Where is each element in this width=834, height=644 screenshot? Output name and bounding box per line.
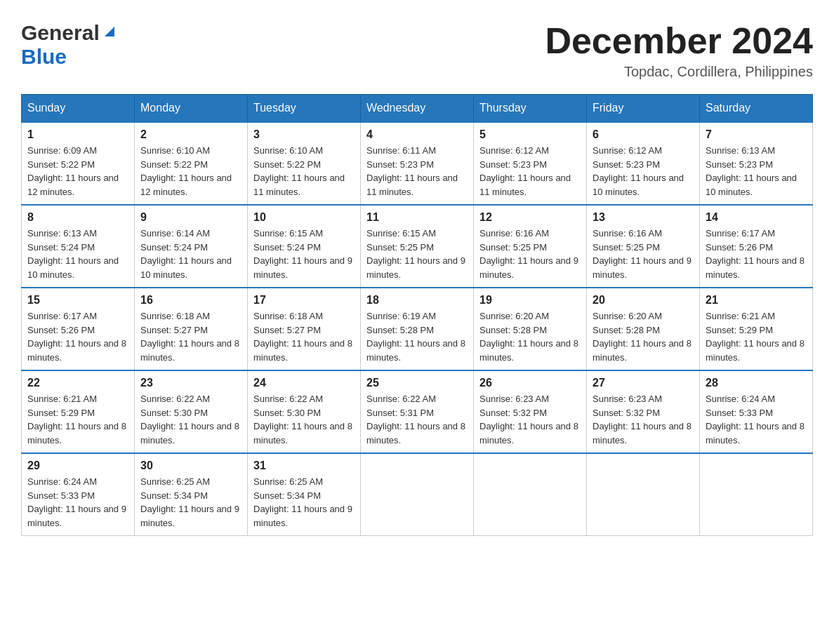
calendar-day-cell: 2 Sunrise: 6:10 AMSunset: 5:22 PMDayligh… xyxy=(135,122,248,205)
calendar-day-cell: 13 Sunrise: 6:16 AMSunset: 5:25 PMDaylig… xyxy=(587,205,700,288)
day-info: Sunrise: 6:10 AMSunset: 5:22 PMDaylight:… xyxy=(140,144,241,199)
day-number: 3 xyxy=(253,128,355,141)
calendar-week-row: 15 Sunrise: 6:17 AMSunset: 5:26 PMDaylig… xyxy=(22,288,813,370)
day-number: 6 xyxy=(593,128,694,141)
calendar-col-header: Wednesday xyxy=(361,95,474,123)
day-number: 13 xyxy=(593,211,694,224)
day-number: 29 xyxy=(27,459,128,472)
day-info: Sunrise: 6:10 AMSunset: 5:22 PMDaylight:… xyxy=(253,144,355,199)
month-title: December 2024 xyxy=(545,21,813,61)
day-number: 28 xyxy=(706,377,807,389)
day-info: Sunrise: 6:12 AMSunset: 5:23 PMDaylight:… xyxy=(593,144,694,199)
calendar-day-cell: 18 Sunrise: 6:19 AMSunset: 5:28 PMDaylig… xyxy=(361,288,474,370)
svg-marker-0 xyxy=(105,27,114,36)
day-info: Sunrise: 6:22 AMSunset: 5:31 PMDaylight:… xyxy=(366,392,468,447)
day-info: Sunrise: 6:16 AMSunset: 5:25 PMDaylight:… xyxy=(593,227,694,281)
day-number: 16 xyxy=(140,294,241,307)
day-info: Sunrise: 6:15 AMSunset: 5:25 PMDaylight:… xyxy=(366,227,468,281)
day-number: 9 xyxy=(140,211,241,224)
calendar-day-cell: 21 Sunrise: 6:21 AMSunset: 5:29 PMDaylig… xyxy=(700,288,813,370)
day-info: Sunrise: 6:23 AMSunset: 5:32 PMDaylight:… xyxy=(593,392,694,447)
page-header: General Blue December 2024 Topdac, Cordi… xyxy=(21,21,813,80)
day-info: Sunrise: 6:15 AMSunset: 5:24 PMDaylight:… xyxy=(253,227,355,281)
day-info: Sunrise: 6:19 AMSunset: 5:28 PMDaylight:… xyxy=(366,309,468,364)
calendar-col-header: Sunday xyxy=(22,95,135,123)
calendar-day-cell: 28 Sunrise: 6:24 AMSunset: 5:33 PMDaylig… xyxy=(700,370,813,453)
day-info: Sunrise: 6:17 AMSunset: 5:26 PMDaylight:… xyxy=(706,227,807,281)
day-number: 15 xyxy=(27,294,128,307)
calendar-day-cell: 25 Sunrise: 6:22 AMSunset: 5:31 PMDaylig… xyxy=(361,370,474,453)
calendar-day-cell: 17 Sunrise: 6:18 AMSunset: 5:27 PMDaylig… xyxy=(248,288,361,370)
calendar-day-cell: 10 Sunrise: 6:15 AMSunset: 5:24 PMDaylig… xyxy=(248,205,361,288)
calendar-day-cell: 9 Sunrise: 6:14 AMSunset: 5:24 PMDayligh… xyxy=(135,205,248,288)
day-number: 4 xyxy=(366,128,468,141)
calendar-day-cell: 19 Sunrise: 6:20 AMSunset: 5:28 PMDaylig… xyxy=(474,288,587,370)
day-number: 22 xyxy=(27,377,128,389)
calendar-col-header: Friday xyxy=(587,95,700,123)
calendar-day-cell: 20 Sunrise: 6:20 AMSunset: 5:28 PMDaylig… xyxy=(587,288,700,370)
day-info: Sunrise: 6:11 AMSunset: 5:23 PMDaylight:… xyxy=(366,144,468,199)
day-number: 10 xyxy=(253,211,355,224)
logo-blue-text: Blue xyxy=(21,45,67,68)
day-number: 7 xyxy=(706,128,807,141)
day-number: 5 xyxy=(479,128,581,141)
calendar-day-cell: 24 Sunrise: 6:22 AMSunset: 5:30 PMDaylig… xyxy=(248,370,361,453)
location-subtitle: Topdac, Cordillera, Philippines xyxy=(545,64,813,80)
calendar-day-cell xyxy=(587,453,700,536)
calendar-day-cell: 11 Sunrise: 6:15 AMSunset: 5:25 PMDaylig… xyxy=(361,205,474,288)
day-info: Sunrise: 6:09 AMSunset: 5:22 PMDaylight:… xyxy=(27,144,128,199)
calendar-day-cell: 27 Sunrise: 6:23 AMSunset: 5:32 PMDaylig… xyxy=(587,370,700,453)
day-info: Sunrise: 6:21 AMSunset: 5:29 PMDaylight:… xyxy=(27,392,128,447)
calendar-col-header: Tuesday xyxy=(248,95,361,123)
day-info: Sunrise: 6:13 AMSunset: 5:24 PMDaylight:… xyxy=(27,227,128,281)
day-number: 18 xyxy=(366,294,468,307)
calendar-week-row: 29 Sunrise: 6:24 AMSunset: 5:33 PMDaylig… xyxy=(22,453,813,536)
calendar-day-cell: 5 Sunrise: 6:12 AMSunset: 5:23 PMDayligh… xyxy=(474,122,587,205)
calendar-day-cell: 1 Sunrise: 6:09 AMSunset: 5:22 PMDayligh… xyxy=(22,122,135,205)
calendar-day-cell: 26 Sunrise: 6:23 AMSunset: 5:32 PMDaylig… xyxy=(474,370,587,453)
calendar-day-cell xyxy=(700,453,813,536)
calendar-day-cell: 14 Sunrise: 6:17 AMSunset: 5:26 PMDaylig… xyxy=(700,205,813,288)
day-info: Sunrise: 6:16 AMSunset: 5:25 PMDaylight:… xyxy=(479,227,581,281)
day-number: 14 xyxy=(706,211,807,224)
day-info: Sunrise: 6:20 AMSunset: 5:28 PMDaylight:… xyxy=(593,309,694,364)
day-number: 26 xyxy=(479,377,581,389)
calendar-col-header: Saturday xyxy=(700,95,813,123)
day-info: Sunrise: 6:24 AMSunset: 5:33 PMDaylight:… xyxy=(706,392,807,447)
day-info: Sunrise: 6:12 AMSunset: 5:23 PMDaylight:… xyxy=(479,144,581,199)
day-number: 23 xyxy=(140,377,241,389)
calendar-day-cell: 8 Sunrise: 6:13 AMSunset: 5:24 PMDayligh… xyxy=(22,205,135,288)
logo: General Blue xyxy=(21,21,117,69)
calendar-week-row: 22 Sunrise: 6:21 AMSunset: 5:29 PMDaylig… xyxy=(22,370,813,453)
day-info: Sunrise: 6:24 AMSunset: 5:33 PMDaylight:… xyxy=(27,475,128,530)
day-number: 11 xyxy=(366,211,468,224)
day-number: 21 xyxy=(706,294,807,307)
day-number: 31 xyxy=(253,459,355,472)
day-info: Sunrise: 6:17 AMSunset: 5:26 PMDaylight:… xyxy=(27,309,128,364)
day-info: Sunrise: 6:25 AMSunset: 5:34 PMDaylight:… xyxy=(140,475,241,530)
calendar-day-cell: 6 Sunrise: 6:12 AMSunset: 5:23 PMDayligh… xyxy=(587,122,700,205)
calendar-header-row: SundayMondayTuesdayWednesdayThursdayFrid… xyxy=(22,95,813,123)
calendar-day-cell: 16 Sunrise: 6:18 AMSunset: 5:27 PMDaylig… xyxy=(135,288,248,370)
calendar-day-cell: 4 Sunrise: 6:11 AMSunset: 5:23 PMDayligh… xyxy=(361,122,474,205)
calendar-day-cell: 7 Sunrise: 6:13 AMSunset: 5:23 PMDayligh… xyxy=(700,122,813,205)
day-number: 17 xyxy=(253,294,355,307)
title-block: December 2024 Topdac, Cordillera, Philip… xyxy=(545,21,813,80)
day-info: Sunrise: 6:13 AMSunset: 5:23 PMDaylight:… xyxy=(706,144,807,199)
day-info: Sunrise: 6:18 AMSunset: 5:27 PMDaylight:… xyxy=(253,309,355,364)
day-info: Sunrise: 6:18 AMSunset: 5:27 PMDaylight:… xyxy=(140,309,241,364)
day-info: Sunrise: 6:22 AMSunset: 5:30 PMDaylight:… xyxy=(140,392,241,447)
day-number: 1 xyxy=(27,128,128,141)
day-info: Sunrise: 6:21 AMSunset: 5:29 PMDaylight:… xyxy=(706,309,807,364)
day-number: 12 xyxy=(479,211,581,224)
calendar-day-cell: 22 Sunrise: 6:21 AMSunset: 5:29 PMDaylig… xyxy=(22,370,135,453)
day-info: Sunrise: 6:22 AMSunset: 5:30 PMDaylight:… xyxy=(253,392,355,447)
calendar-col-header: Thursday xyxy=(474,95,587,123)
day-info: Sunrise: 6:23 AMSunset: 5:32 PMDaylight:… xyxy=(479,392,581,447)
logo-general-text: General xyxy=(21,21,100,45)
calendar-day-cell: 3 Sunrise: 6:10 AMSunset: 5:22 PMDayligh… xyxy=(248,122,361,205)
day-number: 19 xyxy=(479,294,581,307)
day-number: 8 xyxy=(27,211,128,224)
day-number: 20 xyxy=(593,294,694,307)
day-number: 27 xyxy=(593,377,694,389)
